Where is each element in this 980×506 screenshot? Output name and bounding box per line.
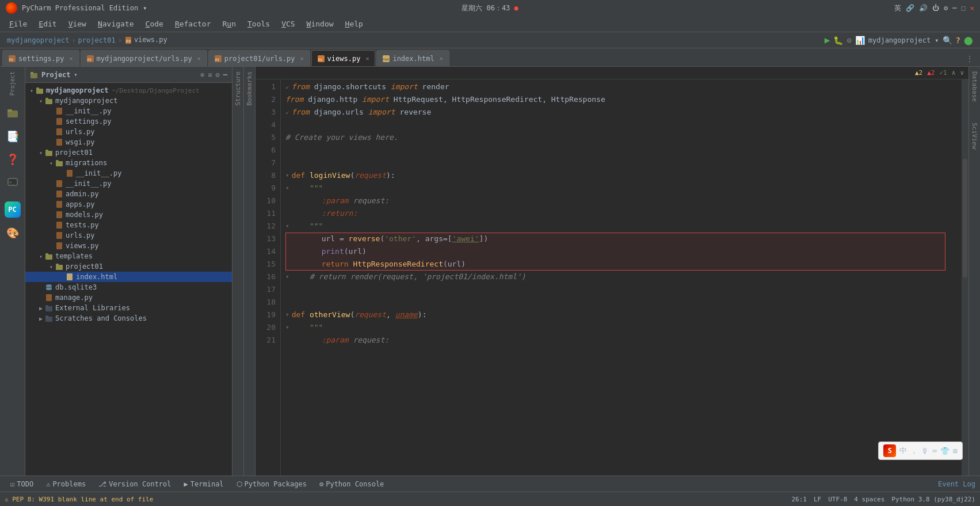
search-icon[interactable]: 🔍 <box>943 36 952 45</box>
structure-label[interactable]: Structure <box>233 67 243 111</box>
tree-mdjp-folder[interactable]: ▾ mydjangoproject <box>25 96 232 106</box>
sogou-mic-icon[interactable]: 🎙 <box>921 447 929 455</box>
tree-p01-tests[interactable]: tests.py <box>25 220 232 230</box>
tab-mydjangoproject-urls[interactable]: py mydjangoproject/urls.py ✕ <box>81 50 207 66</box>
circle-icon-sidebar[interactable]: ❓ <box>2 149 23 169</box>
tree-project01-folder[interactable]: ▾ project01 <box>25 147 232 158</box>
settings-icon[interactable]: ⚙ <box>944 4 948 12</box>
version-control-tab[interactable]: ⎇ Version Control <box>93 479 177 489</box>
menu-code[interactable]: Code <box>141 18 168 30</box>
tree-migrations-init[interactable]: __init__.py <box>25 168 232 178</box>
tab-bar-options[interactable]: ⋮ <box>962 52 978 66</box>
tab-index-html[interactable]: html index.html ✕ <box>376 50 449 66</box>
code-line-5: # Create your views here. <box>285 131 957 144</box>
window-max[interactable]: □ <box>962 4 966 12</box>
menu-view[interactable]: View <box>64 18 91 30</box>
menu-window[interactable]: Window <box>302 18 338 30</box>
python-console-tab[interactable]: ⚙ Python Console <box>314 479 390 489</box>
menu-navigate[interactable]: Navigate <box>93 18 139 30</box>
tree-templates-folder[interactable]: ▾ templates <box>25 251 232 261</box>
help-circle-icon[interactable]: ? <box>956 36 960 45</box>
project-dropdown[interactable]: mydjangoproject ▾ <box>868 36 939 44</box>
tab-views[interactable]: py views.py ✕ <box>311 50 376 66</box>
debug-icon[interactable]: 🐛 <box>833 36 843 45</box>
tree-manage[interactable]: manage.py <box>25 292 232 303</box>
python-version[interactable]: Python 3.8 (py38_dj22) <box>891 496 975 503</box>
python-packages-tab[interactable]: ⬡ Python Packages <box>231 479 312 489</box>
tree-scratches[interactable]: ▶ Scratches and Consoles <box>25 313 232 324</box>
tab-project01-urls[interactable]: py project01/urls.py ✕ <box>208 50 310 66</box>
menu-refactor[interactable]: Refactor <box>170 18 216 30</box>
scrollbar-thumb[interactable] <box>963 159 967 277</box>
tree-p01-apps[interactable]: apps.py <box>25 199 232 210</box>
menu-help[interactable]: Help <box>341 18 368 30</box>
collapse-icon[interactable]: ≡ <box>208 71 212 79</box>
coverage-icon[interactable]: ⊙ <box>846 36 851 45</box>
power-icon[interactable]: ⏻ <box>932 4 939 12</box>
minimize-panel-icon[interactable]: ━ <box>223 71 227 79</box>
tree-p01-urls[interactable]: urls.py <box>25 230 232 241</box>
tab-settings[interactable]: py settings.py ✕ <box>2 50 79 66</box>
encoding[interactable]: UTF-8 <box>828 496 847 503</box>
code-line-17 <box>285 283 957 296</box>
tree-mdjp-urls[interactable]: urls.py <box>25 127 232 137</box>
line-ending[interactable]: LF <box>814 496 821 503</box>
sciview-tab[interactable]: SciView <box>970 118 979 154</box>
tree-mdjp-init[interactable]: __init__.py <box>25 106 232 116</box>
tree-p01-admin[interactable]: admin.py <box>25 189 232 199</box>
terminal-icon-sidebar[interactable]: >_ <box>2 172 23 192</box>
breadcrumb-app[interactable]: project01 <box>78 36 116 44</box>
bookmarks-label[interactable]: Bookmarks <box>245 67 254 111</box>
settings-panel-icon[interactable]: ⚙ <box>216 71 220 79</box>
tree-db[interactable]: db.sqlite3 <box>25 282 232 292</box>
tree-root[interactable]: ▾ mydjangoproject ~/Desktop/DjangoProjec… <box>25 85 232 96</box>
window-close[interactable]: ✕ <box>970 4 974 12</box>
line-col[interactable]: 26:1 <box>791 496 807 503</box>
terminal-tab[interactable]: ▶ Terminal <box>178 479 230 489</box>
event-log[interactable]: Event Log <box>938 480 975 488</box>
system-bar-time: 星期六 06：43 ● <box>462 3 518 13</box>
breadcrumb-file[interactable]: pyviews.py <box>124 36 167 44</box>
sogou-shirt-icon[interactable]: 👕 <box>940 447 950 455</box>
tree-ext-libs[interactable]: ▶ External Libraries <box>25 303 232 313</box>
tree-migrations-folder[interactable]: ▾ migrations <box>25 158 232 168</box>
breadcrumb-project[interactable]: mydjangoproject <box>7 36 69 44</box>
app-dropdown-icon[interactable]: ▾ <box>143 4 147 12</box>
pycharm-icon-sidebar[interactable]: PC <box>2 199 23 220</box>
code-line-16: ▾ # return render(request, 'project01/in… <box>285 271 957 283</box>
panel-dropdown[interactable]: ▾ <box>74 71 78 78</box>
menu-edit[interactable]: Edit <box>34 18 61 30</box>
database-tab[interactable]: Database <box>970 67 979 106</box>
menu-file[interactable]: File <box>5 18 32 30</box>
editor-scrollbar[interactable] <box>962 79 968 475</box>
tree-mdjp-wsgi[interactable]: wsgi.py <box>25 137 232 147</box>
lang-indicator[interactable]: 英 <box>894 3 901 13</box>
sogou-grid-icon[interactable]: ⊞ <box>953 447 958 455</box>
menu-vcs[interactable]: VCS <box>277 18 299 30</box>
code-content[interactable]: ↙ from django.shortcuts import render fr… <box>281 79 962 475</box>
window-min[interactable]: ━ <box>952 4 956 12</box>
problems-tab[interactable]: ⚠ Problems <box>40 479 91 489</box>
tree-index-html[interactable]: index.html <box>25 272 232 282</box>
tree-mdjp-settings[interactable]: settings.py <box>25 116 232 127</box>
indent[interactable]: 4 spaces <box>854 496 884 503</box>
py-icon-active: py <box>318 55 325 62</box>
run-icon[interactable]: ▶ <box>825 35 830 45</box>
todo-tab[interactable]: ☑ TODO <box>5 479 39 489</box>
run-indicator[interactable]: ⬤ <box>964 36 973 45</box>
sogou-keyboard-icon[interactable]: ⌨ <box>932 447 937 455</box>
project-tab[interactable]: Project <box>6 69 19 98</box>
tree-p01-models[interactable]: models.py <box>25 210 232 220</box>
menu-run[interactable]: Run <box>218 18 241 30</box>
profile-icon[interactable]: 📊 <box>855 36 865 45</box>
bookmark-icon-sidebar[interactable]: 📑 <box>2 125 23 146</box>
locate-icon[interactable]: ⊕ <box>200 71 204 79</box>
tree-templates-p01[interactable]: ▾ project01 <box>25 261 232 272</box>
paint-icon-sidebar[interactable]: 🎨 <box>2 222 23 243</box>
tree-p01-init[interactable]: __init__.py <box>25 178 232 189</box>
tree-p01-views[interactable]: views.py <box>25 241 232 251</box>
network-icon[interactable]: 🔗 <box>906 4 914 12</box>
menu-tools[interactable]: Tools <box>243 18 274 30</box>
sound-icon[interactable]: 🔊 <box>919 4 928 12</box>
folder-icon-sidebar[interactable] <box>2 102 23 123</box>
